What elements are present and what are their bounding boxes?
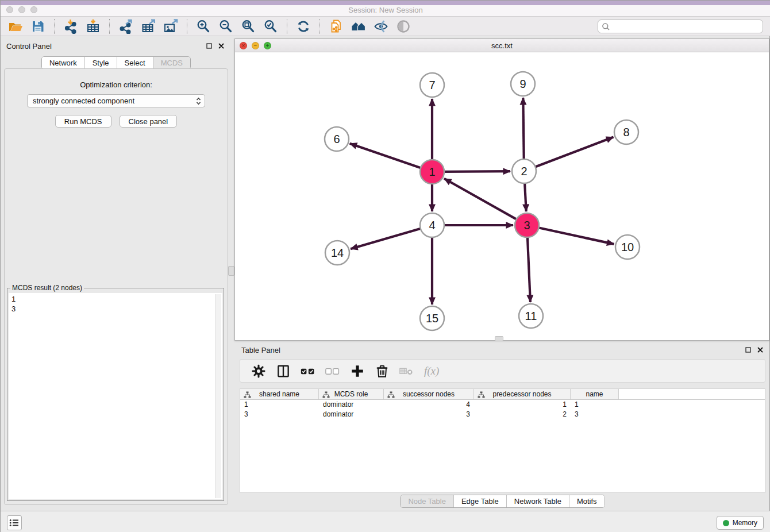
table-cell[interactable]: dominator	[319, 410, 384, 419]
export-table-button[interactable]	[139, 18, 157, 35]
graph-node-4[interactable]: 4	[420, 213, 444, 237]
table-settings-button[interactable]	[251, 363, 266, 380]
show-columns-button[interactable]	[276, 363, 291, 380]
column-header-successor-nodes[interactable]: successor nodes	[384, 389, 474, 399]
hide-panel-button[interactable]	[372, 18, 390, 35]
graph-node-11[interactable]: 11	[519, 304, 543, 328]
search-input[interactable]	[610, 21, 763, 32]
task-history-button[interactable]	[7, 515, 22, 530]
graph-edge-3-1[interactable]	[444, 179, 518, 220]
run-mcds-button[interactable]: Run MCDS	[55, 115, 111, 128]
column-header-predecessor-nodes[interactable]: predecessor nodes	[474, 389, 571, 399]
home-network-button[interactable]	[349, 18, 368, 35]
clone-network-button[interactable]	[327, 18, 345, 35]
svg-text:1: 1	[429, 165, 435, 178]
graph-node-1[interactable]: 1	[420, 160, 444, 184]
zoom-in-button[interactable]	[194, 18, 213, 35]
graph-node-14[interactable]: 14	[325, 241, 349, 265]
export-image-button[interactable]	[161, 18, 180, 35]
network-graph-svg[interactable]: 7968124314101511	[235, 52, 769, 340]
deselect-all-rows-button[interactable]	[325, 363, 340, 380]
function-builder-button: f(x)	[424, 363, 439, 380]
column-header-shared-name[interactable]: shared name	[240, 389, 319, 399]
zoom-fit-button[interactable]	[239, 18, 257, 35]
table-cell[interactable]: dominator	[319, 400, 384, 410]
table-cell[interactable]: 1	[571, 400, 619, 410]
table-cell[interactable]: 4	[384, 400, 474, 410]
column-label: shared name	[259, 390, 299, 398]
graph-edge-4-14[interactable]	[351, 228, 422, 249]
float-table-panel-button[interactable]	[745, 346, 752, 353]
export-network-button[interactable]	[117, 18, 135, 35]
column-label: successor nodes	[403, 390, 455, 398]
import-network-icon	[63, 19, 78, 34]
graph-edge-1-2[interactable]	[442, 171, 510, 172]
tab-node-table[interactable]: Node Table	[401, 495, 453, 507]
column-label: predecessor nodes	[492, 390, 551, 398]
add-column-button[interactable]	[350, 363, 365, 380]
graph-edge-2-3[interactable]	[525, 182, 526, 211]
select-all-rows-button[interactable]	[301, 363, 315, 380]
vertical-splitter-handle[interactable]	[228, 266, 234, 276]
tab-edge-table[interactable]: Edge Table	[453, 495, 506, 507]
plus-icon	[350, 364, 365, 379]
graph-node-7[interactable]: 7	[420, 73, 444, 97]
tab-motifs[interactable]: Motifs	[569, 495, 605, 507]
import-network-button[interactable]	[61, 18, 80, 35]
graph-edge-3-10[interactable]	[537, 228, 614, 244]
table-cell[interactable]: 3	[384, 410, 474, 419]
graph-edge-2-8[interactable]	[534, 137, 614, 168]
column-header-mcds-role[interactable]: MCDS role	[319, 389, 384, 399]
column-header-name[interactable]: name	[571, 389, 619, 399]
tab-network[interactable]: Network	[42, 57, 84, 69]
criterion-select[interactable]: strongly connected component	[27, 94, 205, 107]
close-table-panel-button[interactable]	[757, 346, 764, 353]
tab-style[interactable]: Style	[84, 57, 117, 69]
save-session-button[interactable]	[29, 18, 47, 35]
search-field[interactable]	[598, 20, 763, 33]
result-scrollbar[interactable]	[215, 294, 221, 498]
table-cell[interactable]: 3	[571, 410, 619, 419]
graph-edge-2-9[interactable]	[523, 98, 523, 161]
close-panel-action-button[interactable]: Close panel	[120, 115, 178, 128]
delete-column-button[interactable]	[375, 363, 390, 380]
graph-node-2[interactable]: 2	[512, 159, 536, 183]
table-cell[interactable]: 1	[240, 400, 319, 410]
zoom-selected-button[interactable]	[261, 18, 280, 35]
tab-mcds[interactable]: MCDS	[153, 57, 190, 69]
tab-select[interactable]: Select	[117, 57, 153, 69]
mcds-result-text: 1 3	[11, 294, 213, 498]
graph-node-15[interactable]: 15	[420, 306, 444, 330]
main-toolbar	[1, 17, 770, 36]
optimization-criterion-label: Optimization criterion:	[5, 80, 228, 89]
search-icon	[602, 22, 610, 31]
graph-node-3[interactable]: 3	[515, 213, 539, 237]
table-cell[interactable]: 3	[240, 410, 319, 419]
table-cell[interactable]: 1	[474, 400, 571, 410]
refresh-layout-button[interactable]	[294, 18, 313, 35]
table-cell[interactable]: 2	[474, 410, 571, 419]
homes-icon	[351, 19, 366, 34]
graph-edge-1-6[interactable]	[350, 144, 422, 168]
horizontal-splitter-handle[interactable]	[495, 336, 503, 341]
close-panel-button[interactable]	[218, 43, 225, 49]
table-row[interactable]: 1dominator411	[240, 400, 765, 410]
mcds-result-area[interactable]: 1 3	[9, 293, 222, 499]
tab-network-table[interactable]: Network Table	[506, 495, 569, 507]
open-session-button[interactable]	[6, 18, 25, 35]
control-panel: Control Panel Network Style Select MCDS …	[1, 36, 232, 511]
graph-node-8[interactable]: 8	[614, 120, 638, 144]
graph-node-6[interactable]: 6	[325, 127, 349, 151]
network-canvas[interactable]: 7968124314101511	[235, 52, 769, 340]
import-table-button[interactable]	[84, 18, 102, 35]
node-table-body: 1dominator4113dominator323	[240, 400, 765, 419]
table-row[interactable]: 3dominator323	[240, 410, 765, 419]
network-view-window: × − + scc.txt 7968124314101511	[234, 38, 769, 341]
table-tabs: Node Table Edge Table Network Table Moti…	[234, 495, 770, 508]
float-panel-button[interactable]	[206, 43, 213, 49]
zoom-out-button[interactable]	[217, 18, 235, 35]
graph-edge-3-11[interactable]	[528, 236, 530, 302]
graph-node-10[interactable]: 10	[615, 235, 640, 259]
graph-node-9[interactable]: 9	[511, 72, 535, 96]
memory-button[interactable]: Memory	[717, 516, 764, 530]
